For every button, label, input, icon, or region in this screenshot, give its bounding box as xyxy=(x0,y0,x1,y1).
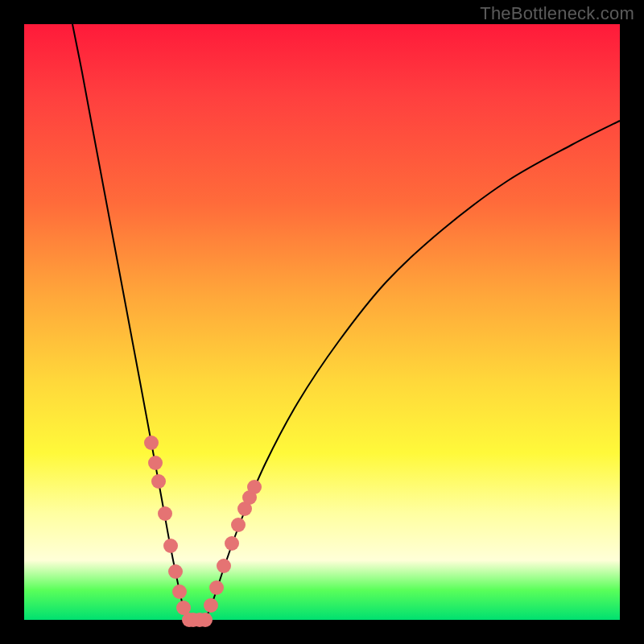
data-point xyxy=(158,506,172,521)
chart-frame: TheBottleneck.com xyxy=(0,0,644,644)
watermark-text: TheBottleneck.com xyxy=(480,3,634,24)
data-point xyxy=(148,456,163,470)
data-point xyxy=(231,518,246,532)
data-point xyxy=(198,613,213,627)
data-point xyxy=(204,598,218,613)
left-curve xyxy=(72,24,189,620)
left-markers xyxy=(144,436,196,627)
data-point xyxy=(209,580,224,595)
data-point xyxy=(217,559,231,573)
right-markers xyxy=(204,480,262,613)
data-point xyxy=(168,564,183,579)
data-point xyxy=(172,584,187,599)
data-point xyxy=(151,474,166,489)
chart-svg xyxy=(24,24,620,620)
data-point xyxy=(225,536,239,551)
data-point xyxy=(144,436,159,450)
right-curve xyxy=(205,121,620,620)
plot-area xyxy=(24,24,620,620)
data-point xyxy=(163,539,178,553)
data-point xyxy=(247,480,262,494)
bottom-markers xyxy=(186,613,213,627)
